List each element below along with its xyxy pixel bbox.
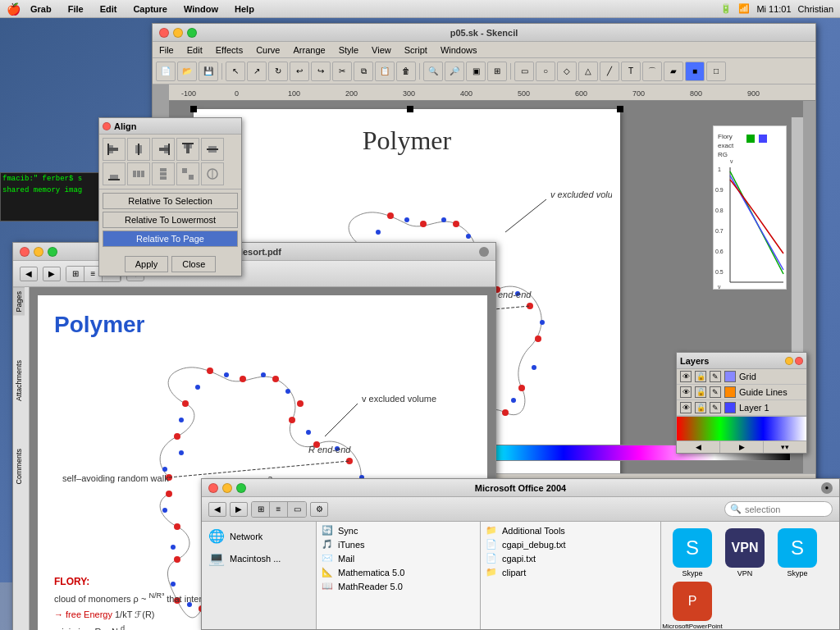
layer-lock-guide[interactable]: 🔓 [695,386,706,398]
align-center-h-icon[interactable] [127,138,150,161]
layers-menu[interactable]: ▾▾ [764,441,806,453]
skencil-menu-view[interactable]: View [368,44,395,56]
align-bottom-icon[interactable] [103,162,126,185]
align-distribute-v-icon[interactable] [152,162,175,185]
handle-tm[interactable] [407,106,413,112]
sidebar-item-network[interactable]: 🌐 Network [202,525,316,547]
toolbar-rotate[interactable]: ↻ [268,62,288,81]
office-close-btn[interactable] [208,483,218,493]
office-search[interactable]: 🔍 [724,501,833,517]
toolbar-circle[interactable]: ○ [536,62,555,81]
toolbar-zoom-in[interactable]: 🔍 [423,62,443,81]
office-toolbar-btn1[interactable]: ◀ [208,502,226,517]
layer-eye-1[interactable]: 👁 [680,402,692,413]
pdf-grid-view[interactable]: ⊞ [66,267,84,281]
layer-edit-guide[interactable]: ✎ [710,386,721,398]
skype-app-icon[interactable]: S Skype [668,528,717,578]
align-relative-page[interactable]: Relative To Page [103,231,238,247]
handle-tl[interactable] [190,106,197,112]
menu-window[interactable]: Window [180,2,221,16]
menu-grab[interactable]: Grab [27,2,55,16]
skencil-menu-arrange[interactable]: Arrange [290,44,328,56]
align-center-v-icon[interactable] [201,138,224,161]
skencil-menu-file[interactable]: File [156,44,177,56]
sidebar-item-macintosh[interactable]: 💻 Macintosh ... [202,547,316,569]
toolbar-paste[interactable]: 📋 [375,62,395,81]
menu-help[interactable]: Help [231,2,258,16]
minimize-button[interactable] [173,28,183,38]
toolbar-open[interactable]: 📂 [177,62,197,81]
skencil-menu-edit[interactable]: Edit [184,44,206,56]
vpn-app-icon[interactable]: VPN VPN [720,528,769,578]
toolbar-copy[interactable]: ⧉ [354,62,373,81]
menu-edit[interactable]: Edit [97,2,121,16]
menu-file[interactable]: File [65,2,87,16]
office-mathreader-item[interactable]: 📖 MathReader 5.0 [317,579,480,593]
layer-edit-grid[interactable]: ✎ [710,371,721,382]
layers-prev[interactable]: ◀ [677,441,720,453]
toolbar-fill[interactable]: ■ [685,62,705,81]
toolbar-select[interactable]: ↖ [226,62,245,81]
office-additional-tools-item[interactable]: 📁 Additional Tools [481,523,660,537]
layers-color-picker[interactable] [677,416,806,441]
align-same-size-icon[interactable] [176,162,199,185]
office-itunes-item[interactable]: 🎵 iTunes [317,537,480,551]
pdf-collapse-btn[interactable] [479,247,489,257]
align-top-icon[interactable] [176,138,199,161]
office-max-btn[interactable] [236,483,246,493]
office-mail-item[interactable]: ✉️ Mail [317,551,480,565]
align-left-icon[interactable] [103,138,126,161]
toolbar-shape2[interactable]: △ [578,62,598,81]
apple-menu-icon[interactable]: 🍎 [7,2,21,16]
pdf-max-btn[interactable] [48,247,57,257]
office-min-btn[interactable] [222,483,232,493]
toolbar-gradient[interactable]: ▰ [664,62,683,81]
office-toggle-btn[interactable]: ● [821,482,833,494]
toolbar-redo[interactable]: ↪ [311,62,331,81]
toolbar-rect[interactable]: ▭ [514,62,534,81]
layers-next[interactable]: ▶ [720,441,764,453]
align-relative-lowermost[interactable]: Relative To Lowermost [103,212,238,228]
skencil-menu-style[interactable]: Style [336,44,362,56]
skencil-menu-script[interactable]: Script [401,44,431,56]
align-apply-button[interactable]: Apply [125,256,169,272]
handle-tr[interactable] [617,106,623,112]
align-relative-selection[interactable]: Relative To Selection [103,193,238,209]
toolbar-new[interactable]: 📄 [156,62,176,81]
toolbar-undo[interactable]: ↩ [290,62,309,81]
office-clipart-item[interactable]: 📁 clipart [481,565,660,579]
pdf-forward-btn[interactable]: ▶ [43,267,61,281]
layer-eye-grid[interactable]: 👁 [680,371,692,382]
toolbar-group[interactable]: ▣ [466,62,486,81]
skencil-menu-windows[interactable]: Windows [437,44,481,56]
toolbar-bezier[interactable]: ⌒ [642,62,662,81]
toolbar-delete[interactable]: 🗑 [396,62,416,81]
toolbar-line[interactable]: ╱ [600,62,619,81]
toolbar-arrow[interactable]: ↗ [247,62,267,81]
layers-close[interactable] [795,357,803,365]
office-list-view[interactable]: ≡ [270,502,288,517]
pdf-close-btn[interactable] [20,247,30,257]
toolbar-save[interactable]: 💾 [199,62,218,81]
layer-eye-guide[interactable]: 👁 [680,386,692,398]
menu-capture[interactable]: Capture [130,2,171,16]
toolbar-stroke[interactable]: □ [706,62,726,81]
layer-edit-1[interactable]: ✎ [710,402,721,413]
close-button[interactable] [159,28,169,38]
office-grid-view[interactable]: ⊞ [252,502,270,517]
align-extra-icon[interactable] [201,162,224,185]
align-right-icon[interactable] [152,138,175,161]
office-sync-item[interactable]: 🔄 Sync [317,523,480,537]
toolbar-ungroup[interactable]: ⊞ [487,62,507,81]
layers-minimize[interactable] [785,357,793,365]
skype2-app-icon[interactable]: S Skype [773,528,822,578]
align-distribute-h-icon[interactable] [127,162,150,185]
office-search-input[interactable] [745,504,827,514]
layer-lock-1[interactable]: 🔓 [695,402,706,413]
align-close-btn[interactable] [103,122,111,130]
pdf-attachments-tab[interactable]: Attachments [13,357,25,404]
office-action-btn[interactable]: ⚙ [310,502,328,517]
toolbar-zoom-out[interactable]: 🔎 [445,62,464,81]
toolbar-shape1[interactable]: ◇ [557,62,577,81]
office-toolbar-btn2[interactable]: ▶ [230,502,248,517]
